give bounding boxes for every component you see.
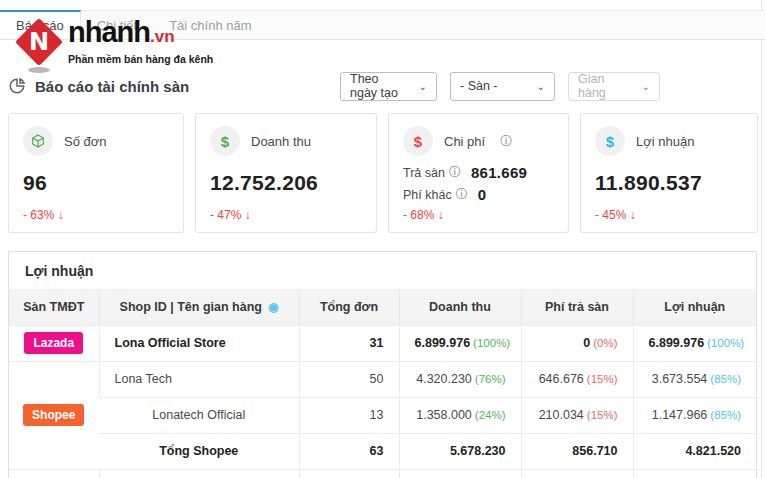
nhanh-logo-mark: N (14, 17, 66, 69)
chevron-down-icon: ⌄ (537, 81, 545, 92)
revenue-cell: 4.320.230(76%) (399, 361, 521, 397)
col-revenue: Doanh thu (399, 289, 521, 325)
revenue-value: 1.358.000 (416, 408, 472, 422)
revenue-pct: (100%) (473, 337, 510, 349)
stat-cards: Số đơn 96 - 63% ↓ $ Doanh thu 12.752.206… (8, 113, 757, 233)
fee-value: 646.676 (539, 372, 584, 386)
nhanh-logo: N nhanh.vn Phần mềm bán hàng đa kênh (14, 17, 213, 69)
package-icon (23, 126, 53, 156)
info-icon[interactable]: ⓘ (456, 186, 468, 203)
fee-value: 0 (583, 336, 590, 350)
dollar-icon: $ (210, 126, 240, 156)
profit-cell: 1.147.966(85%) (633, 397, 756, 433)
cost-row2-label: Phí khác (403, 188, 452, 202)
nhanh-logo-word: nhanh.vn (68, 17, 213, 52)
store-value: Gian hàng (578, 72, 632, 100)
orders-cell: 31 (299, 325, 399, 361)
table-row: Lonatech Official 13 1.358.000(24%) 210.… (9, 397, 756, 433)
profit-value: 6.899.976 (649, 336, 705, 350)
fee-pct: (0%) (593, 337, 617, 349)
cost-row1-label: Trả sàn (403, 166, 445, 180)
nhanh-logo-text: nhanh.vn Phần mềm bán hàng đa kênh (68, 17, 213, 65)
eye-icon[interactable]: ◉ (268, 300, 278, 314)
card-revenue-top: $ Doanh thu (210, 126, 362, 156)
page-header: Báo cáo tài chính sàn Theo ngày tạo ⌄ - … (0, 68, 765, 104)
fee-cell: 210.034(15%) (521, 397, 633, 433)
revenue-cell: 5.678.230 (399, 433, 521, 469)
card-profit-change: - 45% ↓ (595, 208, 636, 222)
profit-cell (633, 469, 756, 478)
table-row-total-shopee: Tổng Shopee 63 5.678.230 856.710 4.821.5… (9, 433, 756, 469)
col-orders: Tổng đơn (299, 289, 399, 325)
fee-cell (521, 469, 633, 478)
orders-cell: 63 (299, 433, 399, 469)
store-select[interactable]: Gian hàng ⌄ (568, 72, 660, 101)
card-profit: $ Lợi nhuận 11.890.537 - 45% ↓ (580, 113, 758, 233)
platform-select[interactable]: - Sàn - ⌄ (450, 72, 555, 101)
pie-chart-icon (8, 77, 26, 95)
card-revenue: $ Doanh thu 12.752.206 - 47% ↓ (195, 113, 377, 233)
shop-cell: Lona Official Store (99, 325, 299, 361)
shop-cell: Lona Tech (99, 361, 299, 397)
nhanh-logo-shadow (28, 67, 50, 73)
revenue-cell: 1.358.000(24%) (399, 397, 521, 433)
card-orders-value: 96 (23, 171, 169, 195)
cost-row-other-fee: Phí khác ⓘ 0 (403, 186, 554, 203)
info-icon[interactable]: ⓘ (449, 164, 461, 181)
shopee-badge: Shopee (23, 404, 84, 426)
col-platform: Sàn TMĐT (9, 289, 99, 325)
card-cost: $ Chi phí ⓘ Trả sàn ⓘ 861.669 Phí khác ⓘ… (388, 113, 569, 233)
card-cost-label: Chi phí (444, 134, 485, 149)
fee-cell: 856.710 (521, 433, 633, 469)
shop-cell: Lonatech Official (99, 397, 299, 433)
table-row: Shopee Lona Tech 50 4.320.230(76%) 646.6… (9, 361, 756, 397)
cost-row2-value: 0 (478, 186, 487, 203)
col-shop-label: Shop ID | Tên gian hàng (120, 300, 262, 314)
revenue-cell: 6.899.976(100%) (399, 325, 521, 361)
filters: Theo ngày tạo ⌄ - Sàn - ⌄ Gian hàng ⌄ (340, 72, 757, 101)
fee-pct: (15%) (587, 409, 618, 421)
revenue-value: 4.320.230 (416, 372, 472, 386)
fee-cell: 646.676(15%) (521, 361, 633, 397)
date-type-select[interactable]: Theo ngày tạo ⌄ (340, 72, 437, 101)
chevron-down-icon: ⌄ (642, 81, 650, 92)
platform-cell: Shopee (9, 361, 99, 469)
table-row-partial (9, 469, 756, 478)
profit-value: 1.147.966 (652, 408, 708, 422)
orders-cell (299, 469, 399, 478)
card-cost-top: $ Chi phí ⓘ (403, 126, 554, 156)
card-revenue-value: 12.752.206 (210, 171, 362, 195)
card-orders-change: - 63% ↓ (23, 208, 64, 222)
platform-cell: Lazada (9, 325, 99, 361)
nhanh-diamond-icon: N (15, 18, 63, 66)
card-cost-change: - 68% ↓ (403, 208, 444, 222)
cost-row1-value: 861.669 (471, 164, 527, 181)
profit-table: Sàn TMĐT Shop ID | Tên gian hàng◉ Tổng đ… (9, 289, 756, 478)
lazada-badge: Lazada (24, 332, 83, 354)
nhanh-word: nhanh (68, 16, 150, 48)
dollar-icon: $ (403, 126, 433, 156)
page-title: Báo cáo tài chính sàn (35, 78, 189, 95)
card-cost-rows: Trả sàn ⓘ 861.669 Phí khác ⓘ 0 (403, 164, 554, 203)
card-profit-top: $ Lợi nhuận (595, 126, 743, 156)
nhanh-logo-letter: N (29, 28, 49, 56)
revenue-pct: (76%) (475, 373, 506, 385)
profit-value: 3.673.554 (652, 372, 708, 386)
revenue-cell (399, 469, 521, 478)
shop-cell (99, 469, 299, 478)
col-fee: Phí trả sàn (521, 289, 633, 325)
platform-value: - Sàn - (460, 79, 498, 93)
orders-cell: 13 (299, 397, 399, 433)
profit-section-title: Lợi nhuận (9, 252, 756, 289)
date-type-value: Theo ngày tạo (350, 72, 409, 100)
profit-section: Lợi nhuận Sàn TMĐT Shop ID | Tên gian hà… (8, 251, 757, 478)
shop-cell: Tổng Shopee (99, 433, 299, 469)
nhanh-tld: .vn (150, 27, 175, 46)
card-profit-value: 11.890.537 (595, 171, 743, 195)
info-icon[interactable]: ⓘ (500, 133, 512, 150)
card-orders-top: Số đơn (23, 126, 169, 156)
table-row: Lazada Lona Official Store 31 6.899.976(… (9, 325, 756, 361)
title-wrap: Báo cáo tài chính sàn (8, 77, 189, 95)
profit-pct: (100%) (707, 337, 744, 349)
platform-cell (9, 469, 99, 478)
